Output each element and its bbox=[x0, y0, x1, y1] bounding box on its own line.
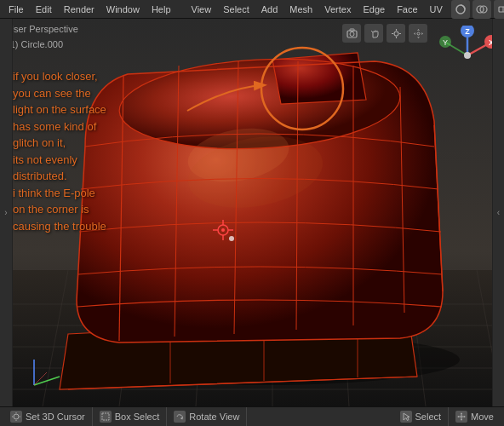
rotate-view-label: Rotate View bbox=[189, 412, 239, 422]
svg-point-69 bbox=[417, 32, 420, 35]
set-3d-cursor-label: Set 3D Cursor bbox=[26, 412, 85, 422]
menu-view[interactable]: View bbox=[186, 3, 217, 16]
status-bar: Set 3D Cursor Box Select Rotate View Sel… bbox=[0, 406, 504, 426]
svg-marker-81 bbox=[457, 416, 459, 417]
perspective-label: User Perspective bbox=[7, 22, 78, 37]
left-sidebar-strip[interactable]: › bbox=[0, 19, 13, 406]
svg-rect-75 bbox=[102, 413, 109, 420]
move-item[interactable]: Move bbox=[449, 407, 501, 426]
camera-icon[interactable] bbox=[342, 24, 361, 43]
rotate-icon bbox=[174, 411, 186, 423]
overlay-icon[interactable] bbox=[472, 0, 491, 19]
menu-window[interactable]: Window bbox=[101, 3, 145, 16]
menu-mesh[interactable]: Mesh bbox=[284, 3, 318, 16]
xray-icon[interactable] bbox=[494, 0, 504, 19]
3d-viewport[interactable]: if you look closer, you can see the ligh… bbox=[0, 19, 504, 406]
box-select-item[interactable]: Box Select bbox=[93, 407, 168, 426]
annotation-text: if you look closer, you can see the ligh… bbox=[13, 68, 106, 234]
move-status-icon bbox=[455, 411, 467, 423]
svg-text:Y: Y bbox=[443, 38, 448, 47]
menu-vertex[interactable]: Vertex bbox=[319, 3, 356, 16]
box-select-label: Box Select bbox=[115, 412, 160, 422]
object-label: (1) Circle.000 bbox=[7, 37, 78, 53]
menu-select[interactable]: Select bbox=[218, 3, 255, 16]
menu-face[interactable]: Face bbox=[392, 3, 422, 16]
svg-point-59 bbox=[464, 52, 471, 59]
svg-point-70 bbox=[14, 414, 19, 419]
menu-render[interactable]: Render bbox=[59, 3, 100, 16]
menu-help[interactable]: Help bbox=[146, 3, 176, 16]
viewport-header: User Perspective (1) Circle.000 bbox=[7, 22, 78, 52]
sun-icon[interactable] bbox=[387, 24, 405, 43]
move-icon[interactable] bbox=[409, 24, 427, 43]
menu-uv[interactable]: UV bbox=[425, 3, 448, 16]
top-menu-bar: File Edit Render Window Help View Select… bbox=[0, 0, 504, 19]
menu-edge[interactable]: Edge bbox=[358, 3, 390, 16]
rotate-view-item[interactable]: Rotate View bbox=[167, 407, 247, 426]
box-select-icon bbox=[100, 411, 112, 423]
svg-marker-79 bbox=[461, 412, 462, 414]
svg-line-63 bbox=[371, 31, 373, 32]
svg-marker-80 bbox=[461, 419, 462, 421]
svg-marker-82 bbox=[464, 416, 466, 417]
menu-edit[interactable]: Edit bbox=[31, 3, 57, 16]
select-icon bbox=[400, 411, 412, 423]
menu-add[interactable]: Add bbox=[256, 3, 284, 16]
set-3d-cursor-item[interactable]: Set 3D Cursor bbox=[3, 407, 93, 426]
select-label: Select bbox=[415, 412, 442, 422]
gizmo-svg: Z X Y bbox=[438, 26, 497, 85]
menu-file[interactable]: File bbox=[3, 3, 29, 16]
select-item[interactable]: Select bbox=[393, 407, 450, 426]
viewport-icon-bar bbox=[342, 24, 427, 43]
svg-point-64 bbox=[394, 32, 398, 36]
svg-point-61 bbox=[350, 32, 354, 36]
left-arrow-icon[interactable]: › bbox=[4, 208, 7, 217]
viewport-shading-icon[interactable] bbox=[451, 0, 470, 19]
right-sidebar-strip[interactable]: ‹ bbox=[492, 19, 504, 406]
right-arrow-icon[interactable]: ‹ bbox=[497, 208, 500, 217]
move-label: Move bbox=[471, 412, 494, 422]
svg-text:Z: Z bbox=[465, 27, 470, 36]
hand-icon[interactable] bbox=[364, 24, 383, 43]
svg-rect-62 bbox=[350, 29, 354, 32]
cursor-icon bbox=[10, 411, 22, 423]
viewport-gizmo[interactable]: Z X Y bbox=[438, 26, 497, 85]
